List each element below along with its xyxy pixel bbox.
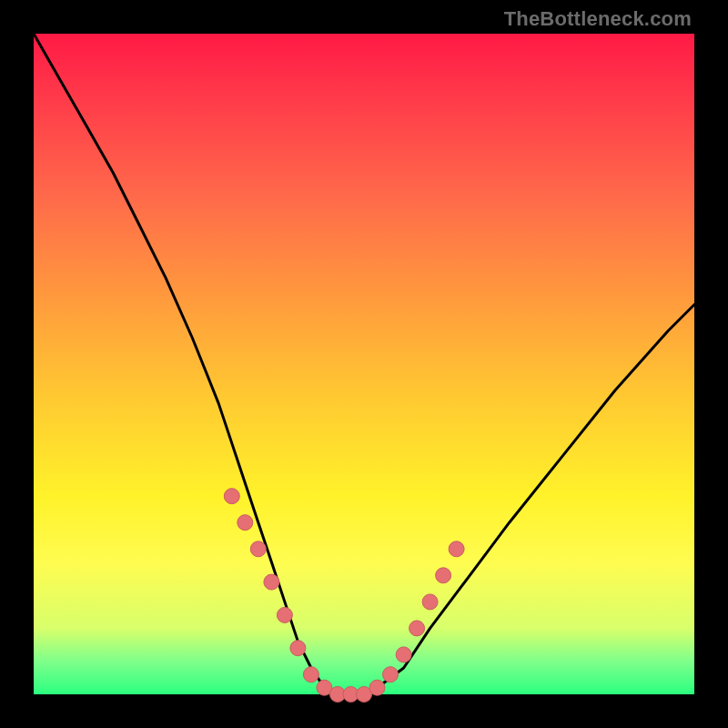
bottleneck-curve-path bbox=[34, 34, 694, 694]
highlight-marker bbox=[449, 541, 464, 557]
highlight-marker bbox=[422, 594, 438, 610]
chart-overlay bbox=[0, 0, 728, 728]
bottleneck-curve bbox=[34, 34, 694, 694]
highlight-marker bbox=[303, 667, 318, 682]
highlight-marker bbox=[224, 489, 239, 504]
highlight-marker bbox=[383, 667, 399, 682]
highlight-marker bbox=[436, 568, 451, 583]
highlight-markers bbox=[224, 489, 464, 703]
highlight-marker bbox=[264, 574, 279, 590]
highlight-marker bbox=[369, 680, 385, 695]
highlight-marker bbox=[277, 607, 292, 622]
chart-frame: TheBottleneck.com bbox=[0, 0, 728, 728]
highlight-marker bbox=[410, 621, 425, 636]
highlight-marker bbox=[238, 515, 253, 531]
highlight-marker bbox=[396, 647, 411, 662]
highlight-marker bbox=[290, 641, 306, 656]
highlight-marker bbox=[250, 541, 266, 557]
